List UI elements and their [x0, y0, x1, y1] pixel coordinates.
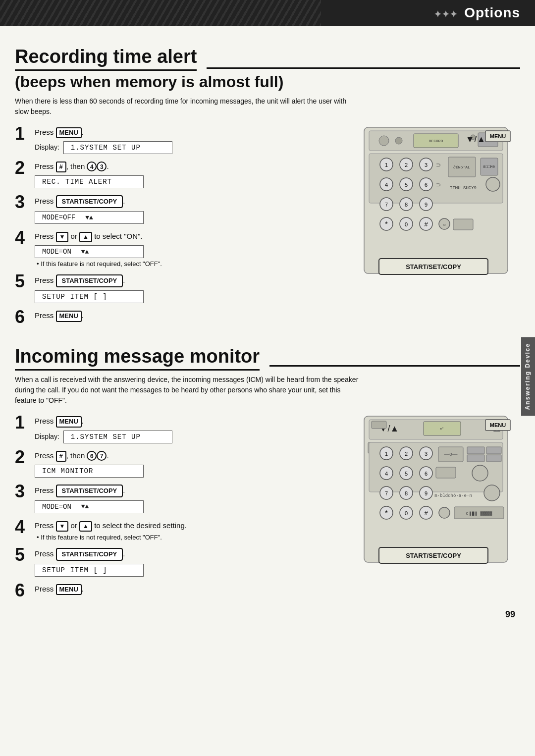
svg-rect-69: [486, 447, 501, 454]
hash-key-1[interactable]: #: [56, 162, 66, 172]
svg-point-2: [379, 136, 389, 146]
step-1-5-press: Press: [35, 276, 54, 284]
svg-text:0□□M0: 0□□M0: [483, 164, 495, 169]
svg-text:○: ○: [443, 222, 446, 227]
step-1-4-note: • If this feature is not required, selec…: [37, 260, 342, 268]
mode-arrows-3: ▼▲: [81, 503, 89, 510]
start-set-copy-key-2[interactable]: START/SET/COPY: [56, 274, 123, 287]
step-1-2-num: 2: [15, 159, 31, 177]
section1-title: Recording time alert: [15, 47, 197, 71]
svg-rect-78: [436, 467, 456, 478]
num3-key[interactable]: 3: [97, 162, 107, 171]
header-icon: ✦✦✦: [434, 9, 458, 19]
step-2-5-num: 5: [15, 546, 31, 564]
hash-key-2[interactable]: #: [56, 451, 66, 462]
menu-key-3[interactable]: MENU: [56, 416, 82, 427]
section2-steps: 1 Press MENU. Display: 1.SYSTEM SET UP 2: [15, 414, 342, 604]
step-2-2-press: Press: [35, 451, 54, 460]
down-key-1[interactable]: ▼: [56, 232, 69, 242]
step-1-5-content: Press START/SET/COPY. SETUP ITEM [ ]: [35, 272, 342, 303]
num4-key[interactable]: 4: [87, 162, 97, 171]
svg-text:3: 3: [425, 162, 428, 168]
section1-title-line: [207, 67, 520, 69]
step-2-3-content: Press START/SET/COPY. MODE=ON ▼▲: [35, 483, 342, 513]
step-1-6: 6 Press MENU.: [15, 308, 342, 326]
step-2-2-content: Press #, then 67. ICM MONITOR: [35, 448, 342, 478]
down-key-2[interactable]: ▼: [56, 521, 69, 532]
svg-text:*: *: [385, 509, 388, 517]
svg-text:9: 9: [425, 490, 428, 496]
start-set-copy-key-4[interactable]: START/SET/COPY: [56, 548, 123, 561]
svg-text:7: 7: [385, 202, 388, 208]
svg-text:2: 2: [405, 162, 408, 168]
step-1-1-display-label: Display:: [35, 143, 59, 151]
page-header: ✦✦✦ Options: [0, 0, 535, 26]
svg-text:⊃: ⊃: [436, 162, 441, 168]
svg-point-28: [486, 177, 500, 191]
svg-rect-43: [453, 219, 473, 230]
step-2-1-text: Press MENU.: [35, 416, 342, 427]
section1-device: RECORD 1 2 3 ⊃ ∂ÉNo'AL 0□□M0: [352, 125, 520, 301]
step-2-5-text: Press START/SET/COPY.: [35, 548, 342, 561]
step-1-2: 2 Press #, then 43. REC. TIME ALERT: [15, 159, 342, 188]
step-1-4-display-text: MODE=ON: [42, 248, 71, 256]
step-1-3-press: Press: [35, 197, 54, 205]
up-key-2[interactable]: ▲: [79, 521, 92, 532]
step-2-3-text: Press START/SET/COPY.: [35, 485, 342, 497]
step-2-1-display-label: Display:: [35, 432, 59, 440]
step-2-6-num: 6: [15, 582, 31, 599]
svg-text:≡°: ≡°: [440, 427, 444, 431]
menu-key-1[interactable]: MENU: [56, 127, 82, 138]
step-1-3-content: Press START/SET/COPY. MODE=OFF ▼▲: [35, 193, 342, 224]
step-2-6: 6 Press MENU.: [15, 582, 342, 599]
step-1-3-text: Press START/SET/COPY.: [35, 195, 342, 208]
step-2-6-text: Press MENU.: [35, 584, 342, 595]
step-1-4-text: Press ▼ or ▲ to select "ON".: [35, 231, 342, 242]
up-key-1[interactable]: ▲: [79, 232, 92, 242]
start-set-copy-key-3[interactable]: START/SET/COPY: [56, 485, 123, 497]
header-decoration: [0, 0, 321, 26]
step-2-3-press: Press: [35, 486, 54, 494]
step-1-3-display-text: MODE=OFF: [42, 214, 75, 221]
step-1-1-display: 1.SYSTEM SET UP: [63, 141, 172, 154]
section1: Recording time alert (beeps when memory …: [15, 47, 520, 117]
num7-key[interactable]: 7: [97, 451, 107, 461]
svg-text:START/SET/COPY: START/SET/COPY: [406, 552, 461, 559]
svg-text:0: 0: [405, 510, 408, 516]
step-2-2-num: 2: [15, 448, 31, 466]
menu-key-2[interactable]: MENU: [56, 311, 82, 322]
step-2-2: 2 Press #, then 67. ICM MONITOR: [15, 448, 342, 478]
svg-text:0: 0: [405, 221, 408, 227]
step-1-1-press: Press: [35, 128, 54, 136]
svg-text:#: #: [424, 509, 428, 517]
step-2-1: 1 Press MENU. Display: 1.SYSTEM SET UP: [15, 414, 342, 443]
svg-text:9: 9: [425, 202, 428, 208]
svg-point-87: [484, 485, 500, 501]
step-2-1-display: 1.SYSTEM SET UP: [63, 431, 172, 443]
step-1-4-num: 4: [15, 229, 31, 247]
svg-rect-70: [467, 455, 484, 462]
step-2-4-note: • If this feature is not required, selec…: [37, 534, 342, 541]
step-1-5-text: Press START/SET/COPY.: [35, 274, 342, 287]
step-2-1-content: Press MENU. Display: 1.SYSTEM SET UP: [35, 414, 342, 443]
svg-text:TIMU SUCY9: TIMU SUCY9: [450, 186, 477, 191]
svg-text:C▐▐▌▌ ▓▓▓▓▓: C▐▐▌▌ ▓▓▓▓▓: [466, 511, 492, 516]
svg-rect-71: [486, 455, 501, 462]
step-1-4: 4 Press ▼ or ▲ to select "ON". MODE=ON ▼…: [15, 229, 342, 268]
section2-header: Incoming message monitor When a call is …: [15, 346, 520, 406]
svg-text:8: 8: [405, 490, 408, 496]
num6-key[interactable]: 6: [87, 451, 97, 461]
step-1-5-num: 5: [15, 272, 31, 290]
step-2-4-press: Press: [35, 521, 54, 530]
svg-text:4: 4: [385, 471, 388, 477]
step-1-2-display: REC. TIME ALERT: [35, 175, 144, 188]
start-set-copy-key-1[interactable]: START/SET/COPY: [56, 195, 123, 208]
menu-key-4[interactable]: MENU: [56, 584, 82, 595]
step-2-3-num: 3: [15, 483, 31, 500]
svg-text:*: *: [385, 220, 388, 228]
step-1-6-num: 6: [15, 308, 31, 326]
svg-text:5: 5: [405, 182, 408, 188]
step-1-6-content: Press MENU.: [35, 308, 342, 324]
step-1-5-display: SETUP ITEM [ ]: [35, 290, 144, 303]
svg-text:MENU: MENU: [490, 133, 506, 139]
